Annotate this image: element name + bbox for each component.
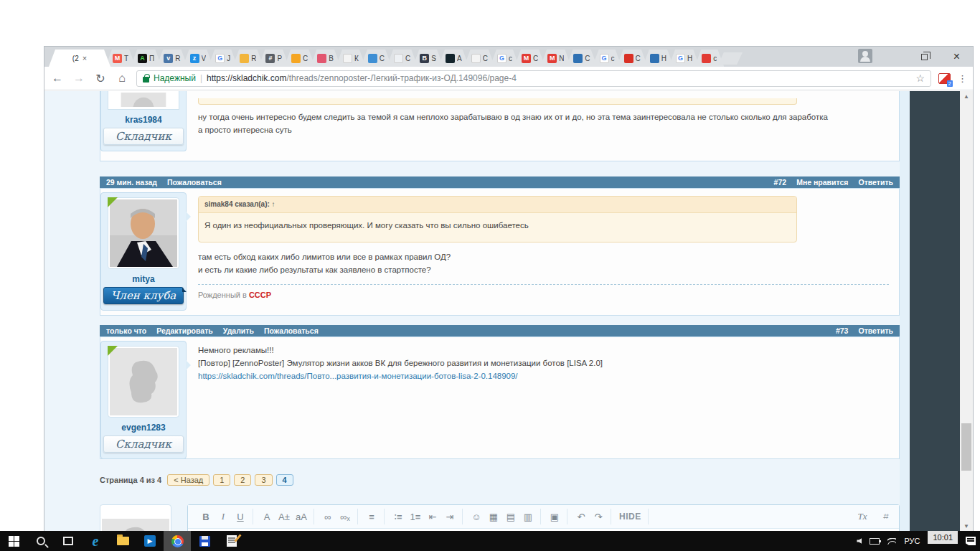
pagination-prev-button[interactable]: < Назад: [167, 474, 209, 486]
redo-button[interactable]: ↷: [590, 509, 606, 524]
post-time[interactable]: 29 мин. назад: [106, 178, 157, 187]
like-link[interactable]: Мне нравится: [796, 178, 848, 187]
post-time[interactable]: только что: [106, 326, 146, 335]
unlink-button[interactable]: ∞ₓ: [337, 509, 353, 524]
tab-18[interactable]: C: [566, 50, 597, 67]
indent-button[interactable]: ⇥: [442, 509, 458, 524]
outdent-button[interactable]: ⇤: [425, 509, 440, 524]
scrollbar-thumb[interactable]: [961, 423, 971, 471]
insert-media-button[interactable]: ▤: [503, 509, 519, 524]
avatar[interactable]: [108, 197, 179, 269]
tab-19[interactable]: Gс: [593, 50, 622, 67]
alignment-button[interactable]: ≡: [364, 509, 380, 524]
task-view-button[interactable]: [55, 531, 82, 551]
pagination-page-4[interactable]: 4: [276, 474, 293, 486]
hide-tag-button[interactable]: HIDE: [617, 509, 644, 524]
clock[interactable]: 10:01: [928, 531, 958, 544]
post-number[interactable]: #72: [774, 178, 787, 187]
tab-10[interactable]: C: [361, 50, 392, 67]
numbered-list-button[interactable]: 1≡: [407, 509, 423, 524]
smilies-button[interactable]: ☺: [468, 509, 484, 524]
home-button[interactable]: ⌂: [115, 72, 129, 85]
quote-author[interactable]: simak84 сказал(а): ↑: [199, 197, 796, 213]
file-explorer-button[interactable]: [109, 531, 136, 551]
chrome-taskbar-button[interactable]: [164, 531, 191, 551]
save-draft-button[interactable]: ▣: [547, 509, 562, 524]
back-button[interactable]: ←: [50, 72, 65, 85]
save-app-button[interactable]: [191, 531, 218, 551]
quote-block[interactable]: simak84 сказал(а): ↑ Я один из неофициал…: [198, 196, 797, 242]
forward-button[interactable]: →: [72, 72, 86, 85]
tab-15[interactable]: Gс: [490, 50, 519, 67]
edge-taskbar-button[interactable]: e: [82, 531, 109, 551]
font-family-button[interactable]: aA: [293, 509, 309, 524]
url-text[interactable]: https://skladchik.com/threads/zennoposte…: [207, 73, 517, 83]
reply-link[interactable]: Ответить: [858, 326, 893, 335]
scroll-up-icon[interactable]: ▲: [960, 91, 973, 101]
avatar[interactable]: [108, 91, 179, 110]
post-number[interactable]: #73: [836, 326, 849, 335]
pagination-page-2[interactable]: 2: [234, 474, 251, 486]
scrollbar[interactable]: ▲ ▼: [960, 91, 973, 531]
tab-2[interactable]: vR: [156, 50, 187, 67]
username-link[interactable]: mitya: [101, 274, 186, 284]
username-link[interactable]: evgen1283: [101, 423, 186, 433]
font-size-button[interactable]: A±: [276, 509, 292, 524]
underline-button[interactable]: U: [232, 509, 248, 524]
extension-icon[interactable]: 2: [938, 73, 951, 84]
reload-button[interactable]: ↻: [93, 72, 108, 85]
new-tab-button[interactable]: [718, 52, 743, 65]
tab-17[interactable]: MN: [540, 50, 571, 67]
tab-13[interactable]: A: [438, 50, 469, 67]
tab-0[interactable]: MT: [105, 50, 136, 67]
tab-4[interactable]: GJ: [208, 50, 237, 67]
tab-22[interactable]: GH: [669, 50, 699, 67]
chrome-menu-icon[interactable]: ⋮: [958, 73, 967, 84]
tab-11[interactable]: C: [387, 50, 418, 67]
tab-7[interactable]: C: [284, 50, 315, 67]
tab-active[interactable]: (2 ×: [49, 50, 110, 67]
undo-button[interactable]: ↶: [573, 509, 589, 524]
remove-formatting-button[interactable]: Tx: [854, 509, 870, 524]
reply-editor[interactable]: BIUAA±aA∞∞ₓ≡∶≡1≡⇤⇥☺▦▤▥▣↶↷HIDETx⌗ Напишит…: [187, 504, 900, 531]
edit-link[interactable]: Редактировать: [156, 326, 213, 335]
notepad-app-button[interactable]: [218, 531, 245, 551]
tab-1[interactable]: AП: [131, 50, 161, 67]
close-window-button[interactable]: ×: [941, 47, 973, 67]
insert-quote-button[interactable]: ▥: [520, 509, 536, 524]
tab-14[interactable]: C: [464, 50, 495, 67]
tab-16[interactable]: MC: [514, 50, 545, 67]
restore-window-button[interactable]: [908, 47, 941, 67]
tab-12[interactable]: BS: [413, 50, 443, 67]
action-center-icon[interactable]: [966, 537, 976, 545]
tab-6[interactable]: #P: [258, 50, 289, 67]
scroll-down-icon[interactable]: ▼: [960, 521, 973, 531]
bbcode-toggle-button[interactable]: ⌗: [877, 509, 893, 524]
address-bar[interactable]: Надежный | https://skladchik.com/threads…: [136, 70, 931, 87]
insert-link-button[interactable]: ∞: [320, 509, 336, 524]
report-link[interactable]: Пожаловаться: [264, 326, 319, 335]
tab-21[interactable]: H: [643, 50, 674, 67]
wifi-icon[interactable]: [887, 538, 896, 545]
tab-close-icon[interactable]: ×: [83, 54, 87, 62]
profile-icon[interactable]: [858, 49, 872, 63]
tab-8[interactable]: B: [310, 50, 341, 67]
reply-link[interactable]: Ответить: [858, 178, 893, 187]
signature-link[interactable]: СССР: [249, 291, 271, 299]
italic-button[interactable]: I: [215, 509, 231, 524]
tab-9[interactable]: К: [336, 50, 366, 67]
video-app-button[interactable]: ▶: [136, 531, 164, 551]
insert-image-button[interactable]: ▦: [486, 509, 501, 524]
pagination-page-3[interactable]: 3: [255, 474, 272, 486]
pagination-page-1[interactable]: 1: [213, 474, 230, 486]
post-link[interactable]: https://skladchik.com/threads/Повто...ра…: [198, 372, 518, 380]
language-indicator[interactable]: РУС: [904, 537, 920, 545]
bullet-list-button[interactable]: ∶≡: [390, 509, 406, 524]
username-link[interactable]: kras1984: [101, 115, 186, 125]
tab-5[interactable]: R: [232, 50, 263, 67]
report-link[interactable]: Пожаловаться: [167, 178, 222, 187]
start-button[interactable]: [0, 531, 27, 551]
search-button[interactable]: [27, 531, 55, 551]
volume-icon[interactable]: [857, 538, 862, 544]
bold-button[interactable]: B: [198, 509, 214, 524]
